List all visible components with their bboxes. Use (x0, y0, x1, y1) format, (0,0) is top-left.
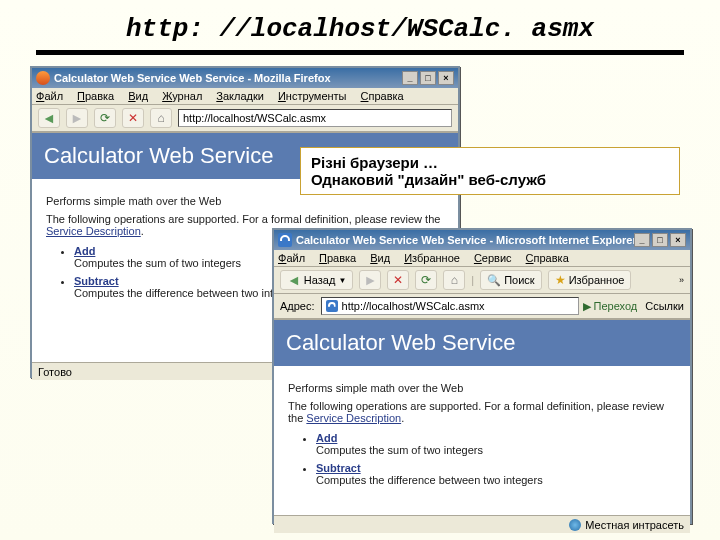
ops-intro-a: The following operations are supported. … (46, 213, 440, 225)
firefox-status-text: Готово (38, 366, 72, 378)
overflow-chevron[interactable]: » (679, 275, 684, 285)
op-subtract-desc: Computes the difference between two inte… (74, 287, 301, 299)
home-button[interactable]: ⌂ (443, 270, 465, 290)
minimize-button[interactable]: _ (402, 71, 418, 85)
home-icon: ⌂ (157, 111, 164, 125)
search-label: Поиск (504, 274, 534, 286)
ie-content: Calculator Web Service Performs simple m… (274, 319, 690, 515)
back-button[interactable]: ◄ Назад ▼ (280, 270, 353, 290)
menu-edit[interactable]: Правка (77, 90, 114, 102)
ie-address-toolbar: Адрес: http://localhost/WSCalc.asmx ▶ Пе… (274, 294, 690, 319)
stop-icon: ✕ (128, 111, 138, 125)
close-button[interactable]: × (670, 233, 686, 247)
search-button[interactable]: 🔍 Поиск (480, 270, 541, 290)
ie-menubar: Файл Правка Вид Избранное Сервис Справка (274, 250, 690, 267)
forward-button[interactable]: ► (66, 108, 88, 128)
service-description-link[interactable]: Service Description (306, 412, 401, 424)
go-button[interactable]: ▶ Переход (583, 300, 638, 313)
favorites-label: Избранное (569, 274, 625, 286)
firefox-titlebar[interactable]: Calculator Web Service Web Service - Moz… (32, 68, 458, 88)
menu-bookmarks[interactable]: Закладки (216, 90, 264, 102)
links-button[interactable]: Ссылки (645, 300, 684, 312)
tagline: Performs simple math over the Web (46, 195, 444, 207)
arrow-left-icon: ◄ (42, 110, 56, 126)
reload-icon: ⟳ (421, 273, 431, 287)
ie-icon (278, 233, 292, 247)
ie-address-text: http://localhost/WSCalc.asmx (342, 300, 485, 312)
search-icon: 🔍 (487, 274, 501, 287)
address-label: Адрес: (280, 300, 315, 312)
ie-titlebar[interactable]: Calculator Web Service Web Service - Mic… (274, 230, 690, 250)
menu-service[interactable]: Сервис (474, 252, 512, 264)
reload-button[interactable]: ⟳ (415, 270, 437, 290)
home-icon: ⌂ (451, 273, 458, 287)
menu-help[interactable]: Справка (526, 252, 569, 264)
firefox-menubar: Файл Правка Вид Журнал Закладки Инструме… (32, 88, 458, 105)
menu-edit[interactable]: Правка (319, 252, 356, 264)
reload-button[interactable]: ⟳ (94, 108, 116, 128)
ops-intro: The following operations are supported. … (288, 400, 676, 424)
menu-file[interactable]: Файл (278, 252, 305, 264)
go-label: Переход (594, 300, 638, 312)
stop-icon: ✕ (393, 273, 403, 287)
firefox-title-text: Calculator Web Service Web Service - Moz… (54, 72, 402, 84)
back-button[interactable]: ◄ (38, 108, 60, 128)
zone-text: Местная интрасеть (585, 519, 684, 531)
menu-tools[interactable]: Инструменты (278, 90, 347, 102)
menu-view[interactable]: Вид (128, 90, 148, 102)
annotation-callout: Різні браузери … Однаковий "дизайн" веб-… (300, 147, 680, 195)
forward-button[interactable]: ► (359, 270, 381, 290)
op-subtract-link[interactable]: Subtract (74, 275, 119, 287)
list-item: Subtract Computes the difference between… (316, 462, 676, 486)
arrow-left-icon: ◄ (287, 272, 301, 288)
op-subtract-desc: Computes the difference between two inte… (316, 474, 543, 486)
maximize-button[interactable]: □ (420, 71, 436, 85)
list-item: Add Computes the sum of two integers (316, 432, 676, 456)
slide-title: http: //localhost/WSCalc. asmx (0, 0, 720, 50)
tagline: Performs simple math over the Web (288, 382, 676, 394)
ie-title-text: Calculator Web Service Web Service - Mic… (296, 234, 634, 246)
ops-intro-b: . (401, 412, 404, 424)
op-add-desc: Computes the sum of two integers (74, 257, 241, 269)
arrow-right-icon: ► (363, 272, 377, 288)
op-add-desc: Computes the sum of two integers (316, 444, 483, 456)
menu-file[interactable]: Файл (36, 90, 63, 102)
zone-icon (569, 519, 581, 531)
page-icon (326, 300, 338, 312)
menu-history[interactable]: Журнал (162, 90, 202, 102)
ie-statusbar: Местная интрасеть (274, 515, 690, 533)
firefox-address-bar[interactable]: http://localhost/WSCalc.asmx (178, 109, 452, 127)
menu-view[interactable]: Вид (370, 252, 390, 264)
home-button[interactable]: ⌂ (150, 108, 172, 128)
stop-button[interactable]: ✕ (122, 108, 144, 128)
ops-intro-b: . (141, 225, 144, 237)
service-description-link[interactable]: Service Description (46, 225, 141, 237)
callout-line1: Різні браузери … (311, 154, 669, 171)
callout-line2: Однаковий "дизайн" веб-служб (311, 171, 669, 188)
star-icon: ★ (555, 273, 566, 287)
ie-toolbar: ◄ Назад ▼ ► ✕ ⟳ ⌂ | 🔍 Поиск ★ Избранное … (274, 267, 690, 294)
reload-icon: ⟳ (100, 111, 110, 125)
favorites-button[interactable]: ★ Избранное (548, 270, 632, 290)
minimize-button[interactable]: _ (634, 233, 650, 247)
stop-button[interactable]: ✕ (387, 270, 409, 290)
maximize-button[interactable]: □ (652, 233, 668, 247)
ie-address-bar[interactable]: http://localhost/WSCalc.asmx (321, 297, 579, 315)
menu-favorites[interactable]: Избранное (404, 252, 460, 264)
firefox-toolbar: ◄ ► ⟳ ✕ ⌂ http://localhost/WSCalc.asmx (32, 105, 458, 132)
operations-list: Add Computes the sum of two integers Sub… (316, 432, 676, 486)
op-add-link[interactable]: Add (316, 432, 337, 444)
page-banner: Calculator Web Service (274, 320, 690, 366)
menu-help[interactable]: Справка (361, 90, 404, 102)
op-subtract-link[interactable]: Subtract (316, 462, 361, 474)
arrow-right-icon: ► (70, 110, 84, 126)
back-label: Назад (304, 274, 336, 286)
op-add-link[interactable]: Add (74, 245, 95, 257)
firefox-icon (36, 71, 50, 85)
firefox-address-text: http://localhost/WSCalc.asmx (183, 112, 326, 124)
title-underline (36, 50, 684, 55)
close-button[interactable]: × (438, 71, 454, 85)
ie-window: Calculator Web Service Web Service - Mic… (272, 228, 692, 524)
chevron-down-icon: ▼ (338, 276, 346, 285)
